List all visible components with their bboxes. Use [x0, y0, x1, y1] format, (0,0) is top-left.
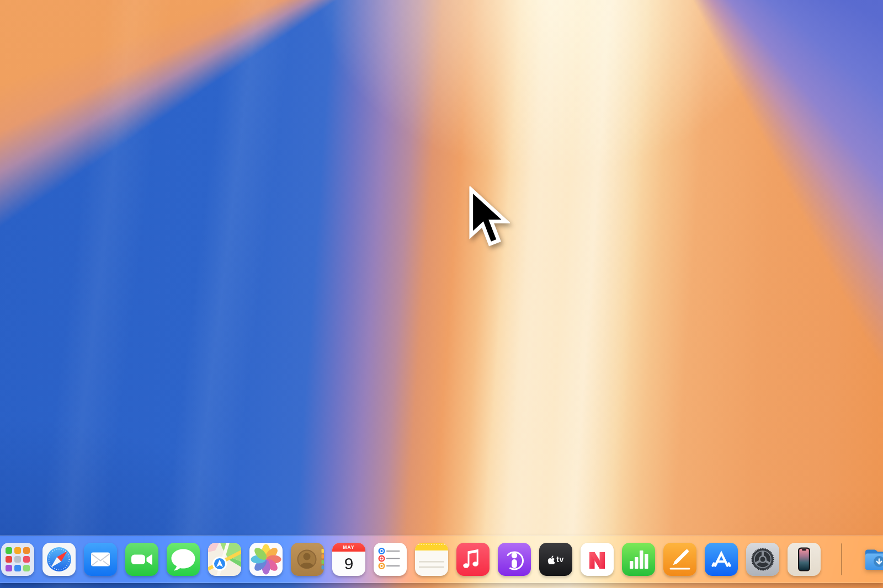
safari-icon — [42, 543, 76, 576]
apple-logo-icon — [547, 555, 555, 564]
appstore-icon — [705, 543, 738, 576]
dock-separator — [841, 543, 842, 575]
dock-item-downloads[interactable] — [863, 543, 883, 576]
maps-icon — [208, 543, 241, 576]
dock-item-calendar[interactable]: MAY 9 — [332, 543, 365, 576]
notes-icon — [415, 543, 448, 576]
calendar-icon: MAY 9 — [332, 543, 365, 576]
photos-icon — [249, 543, 283, 576]
mail-icon — [84, 543, 117, 576]
numbers-icon — [622, 543, 655, 576]
dock-item-numbers[interactable] — [622, 543, 655, 576]
settings-gear-icon — [746, 543, 779, 576]
dock-item-settings[interactable] — [746, 543, 779, 576]
dock-item-launchpad[interactable] — [1, 543, 34, 576]
news-icon — [581, 543, 614, 576]
dock-item-pages[interactable] — [663, 543, 696, 576]
tv-label: tv — [556, 555, 563, 564]
dock-item-maps[interactable] — [208, 543, 241, 576]
calendar-month-label: MAY — [343, 544, 354, 550]
messages-icon — [167, 543, 200, 576]
podcasts-icon — [498, 543, 531, 576]
dock-item-podcasts[interactable] — [498, 543, 531, 576]
dock-item-facetime[interactable] — [125, 543, 158, 576]
dock-item-safari[interactable] — [42, 543, 76, 576]
dock-item-iphone-mirroring[interactable] — [788, 543, 821, 576]
dock: MAY 9 — [0, 536, 883, 583]
dock-item-news[interactable] — [581, 543, 614, 576]
dock-item-mail[interactable] — [84, 543, 117, 576]
pages-icon — [663, 543, 696, 576]
dock-item-messages[interactable] — [167, 543, 200, 576]
dock-item-notes[interactable] — [415, 543, 448, 576]
dock-item-music[interactable] — [456, 543, 490, 576]
dock-item-tv[interactable]: tv — [539, 543, 572, 576]
launchpad-icon — [1, 543, 34, 576]
dock-item-reminders[interactable] — [374, 543, 407, 576]
desktop-wallpaper — [0, 0, 883, 588]
music-icon — [456, 543, 490, 576]
dock-item-contacts[interactable] — [291, 543, 324, 576]
tv-icon: tv — [539, 543, 572, 576]
reminders-icon — [374, 543, 407, 576]
calendar-month-band: MAY — [332, 543, 365, 552]
dock-item-appstore[interactable] — [705, 543, 738, 576]
calendar-day-label: 9 — [332, 552, 365, 576]
contacts-icon — [291, 543, 324, 576]
iphone-mirroring-icon — [788, 543, 821, 576]
downloads-folder-icon — [863, 543, 883, 576]
facetime-icon — [125, 543, 158, 576]
dock-item-photos[interactable] — [249, 543, 283, 576]
